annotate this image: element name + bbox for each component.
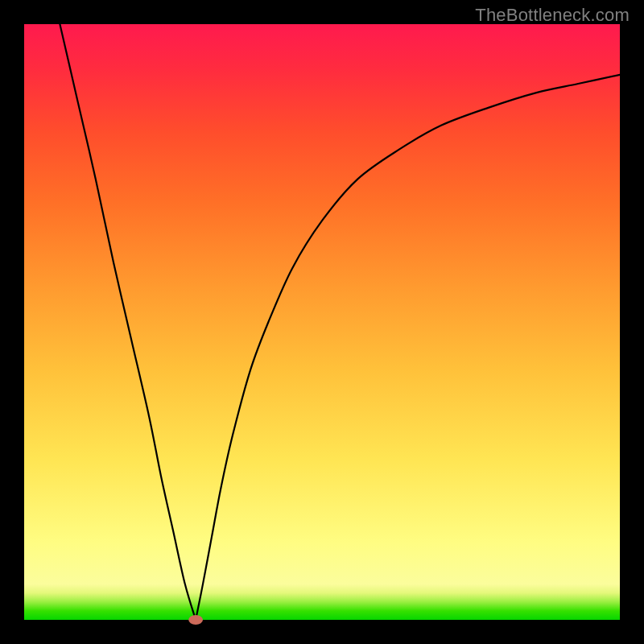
chart-frame: TheBottleneck.com <box>0 0 644 644</box>
plot-area <box>24 24 620 620</box>
watermark-text: TheBottleneck.com <box>475 5 630 26</box>
min-marker <box>188 615 203 625</box>
bottleneck-curve <box>60 24 620 624</box>
curve-svg <box>24 24 620 620</box>
